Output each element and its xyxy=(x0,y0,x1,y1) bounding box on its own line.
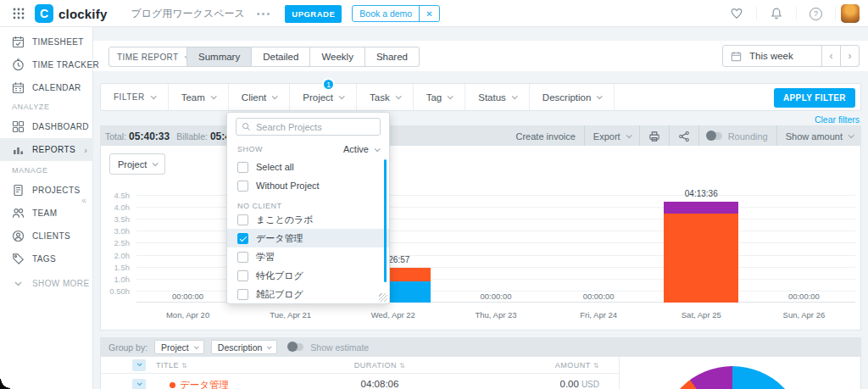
bar-segment[interactable] xyxy=(664,214,738,303)
sidebar-item-dashboard[interactable]: DASHBOARD xyxy=(0,115,93,138)
group-by-bar: Group by: Project Description Show estim… xyxy=(100,337,861,357)
project-option[interactable]: Without Project xyxy=(227,176,389,195)
sidebar-show-more[interactable]: SHOW MORE xyxy=(0,272,93,295)
filter-task[interactable]: Task xyxy=(357,84,414,110)
group-by-select-2[interactable]: Description xyxy=(211,340,278,354)
sort-icon: ⇅ xyxy=(181,362,187,370)
project-option[interactable]: データ管理 xyxy=(227,229,389,247)
print-icon[interactable] xyxy=(648,131,660,142)
workspace-name[interactable]: ブログ用ワークスペース xyxy=(131,7,244,21)
group-by-select-1[interactable]: Project xyxy=(154,340,204,354)
tab-weekly[interactable]: Weekly xyxy=(310,47,365,67)
chevron-down-icon xyxy=(375,146,381,152)
show-estimate-toggle[interactable] xyxy=(289,343,303,351)
share-icon[interactable] xyxy=(678,131,690,142)
create-invoice-button[interactable]: Create invoice xyxy=(516,131,576,142)
y-axis-tick: 4.0h xyxy=(99,203,130,212)
column-duration[interactable]: DURATION⇅ xyxy=(329,361,431,370)
show-amount-select[interactable]: Show amount xyxy=(786,131,853,142)
project-option[interactable]: まことのラボ xyxy=(227,210,389,229)
sidebar-collapse-icon[interactable]: « xyxy=(81,195,86,205)
bar-stack[interactable] xyxy=(664,202,738,303)
clockify-logo-icon[interactable]: C xyxy=(35,4,53,23)
checkbox-unchecked[interactable] xyxy=(237,289,248,300)
chart-group-select[interactable]: Project xyxy=(109,153,165,175)
group-by-label: Group by: xyxy=(108,342,147,353)
sidebar-item-label: REPORTS xyxy=(32,145,75,154)
book-demo-button[interactable]: Book a demo ✕ xyxy=(352,5,439,22)
y-axis-tick: 3.0h xyxy=(99,226,130,236)
help-icon[interactable]: ? xyxy=(810,8,822,20)
project-filter-dropdown: SHOW Active Select allWithout ProjectNO … xyxy=(226,112,390,304)
checkbox-unchecked[interactable] xyxy=(237,162,248,173)
sidebar-item-tags[interactable]: TAGS xyxy=(0,247,93,270)
tab-detailed[interactable]: Detailed xyxy=(252,47,310,67)
checkbox-unchecked[interactable] xyxy=(237,270,248,281)
sidebar-item-label: TIME TRACKER xyxy=(32,60,99,69)
show-status-select[interactable]: Active xyxy=(343,144,369,154)
filter-tag[interactable]: Tag xyxy=(414,84,466,110)
column-amount[interactable]: AMOUNT⇅ xyxy=(555,361,599,370)
close-icon[interactable]: ✕ xyxy=(420,9,438,19)
date-range-picker[interactable]: This week ‹ › xyxy=(722,45,860,67)
project-option[interactable]: 学習 xyxy=(227,247,389,266)
project-search-box xyxy=(236,118,381,136)
clear-filters-link[interactable]: Clear filters xyxy=(815,114,860,125)
tab-shared[interactable]: Shared xyxy=(365,47,420,67)
project-option[interactable]: 特化ブログ xyxy=(227,266,389,285)
calendar-icon xyxy=(731,51,742,62)
chevron-down-icon xyxy=(211,93,217,99)
project-option[interactable]: Select all xyxy=(227,158,389,176)
chevron-down-icon xyxy=(194,344,199,349)
report-type-select[interactable]: TIME REPORT xyxy=(108,47,198,67)
tab-summary[interactable]: Summary xyxy=(186,47,252,67)
sidebar: TIMESHEET TIME TRACKER CALENDAR ANALYZE … xyxy=(0,27,93,389)
filter-status[interactable]: Status xyxy=(465,84,530,110)
bar-segment[interactable] xyxy=(664,202,738,214)
column-title[interactable]: TITLE⇅ xyxy=(156,361,187,370)
bar-total-label: 00:00:00 xyxy=(788,292,820,301)
sidebar-item-team[interactable]: TEAM xyxy=(0,202,93,225)
sidebar-item-timesheet[interactable]: TIMESHEET xyxy=(0,31,93,53)
bar-total-label: 00:00:00 xyxy=(480,292,511,301)
filter-project[interactable]: Project1 xyxy=(290,84,357,110)
project-option[interactable]: 雑記ブログ xyxy=(227,285,389,303)
checkbox-unchecked[interactable] xyxy=(237,181,248,192)
resize-handle-icon[interactable] xyxy=(379,293,387,302)
sidebar-item-projects[interactable]: PROJECTS xyxy=(0,179,93,202)
app-name[interactable]: clockify xyxy=(58,7,107,21)
sidebar-item-label: PROJECTS xyxy=(32,186,81,195)
search-icon xyxy=(242,122,251,131)
sidebar-item-calendar[interactable]: CALENDAR xyxy=(0,76,93,99)
sidebar-item-clients[interactable]: CLIENTS xyxy=(0,225,93,247)
checkbox-unchecked[interactable] xyxy=(237,214,248,225)
project-search-input[interactable] xyxy=(256,122,358,132)
filter-team[interactable]: Team xyxy=(169,84,229,110)
apply-filter-button[interactable]: APPLY FILTER xyxy=(774,88,855,108)
next-week-button[interactable]: › xyxy=(840,45,859,67)
export-select[interactable]: Export xyxy=(593,131,631,142)
table-row[interactable]: データ管理 04:08:06 0.00USD xyxy=(101,374,619,389)
divider xyxy=(698,125,699,147)
rounding-toggle[interactable] xyxy=(708,132,722,140)
checkbox-checked[interactable] xyxy=(237,233,248,244)
prev-week-button[interactable]: ‹ xyxy=(821,45,840,67)
notifications-bell-icon[interactable] xyxy=(770,7,783,20)
expand-all-button[interactable] xyxy=(132,359,146,371)
expand-row-button[interactable] xyxy=(132,379,146,389)
sidebar-item-time-tracker[interactable]: TIME TRACKER xyxy=(0,53,93,76)
filter-description[interactable]: Description xyxy=(530,84,615,110)
scrollbar[interactable] xyxy=(384,159,387,282)
workspace-menu-icon[interactable]: ••• xyxy=(257,8,272,19)
checkbox-unchecked[interactable] xyxy=(237,252,248,263)
sidebar-item-reports[interactable]: REPORTS › xyxy=(0,138,93,161)
user-avatar[interactable] xyxy=(841,4,860,23)
app-grid-icon[interactable] xyxy=(12,7,25,20)
book-demo-label: Book a demo xyxy=(353,8,419,19)
filter-filter[interactable]: FILTER xyxy=(101,84,169,110)
upgrade-button[interactable]: UPGRADE xyxy=(285,5,342,23)
heart-icon[interactable] xyxy=(730,7,743,20)
chart-column: 00:00:00Thu, Apr 23 xyxy=(444,195,547,303)
chevron-down-icon xyxy=(395,93,401,99)
filter-client[interactable]: Client xyxy=(229,84,290,110)
